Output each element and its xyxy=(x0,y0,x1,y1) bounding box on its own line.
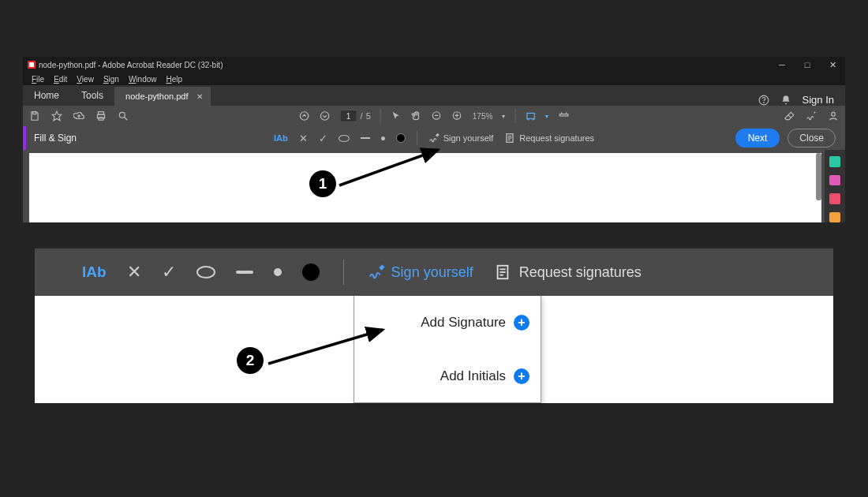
side-tool-1[interactable] xyxy=(829,156,840,167)
main-toolbar: / 5 175% ▾ ▾ xyxy=(23,106,845,126)
check-tool[interactable]: ✓ xyxy=(162,262,176,282)
callout-arrow-2 xyxy=(256,320,398,376)
svg-rect-2 xyxy=(33,112,36,114)
line-tool[interactable] xyxy=(361,137,370,139)
svg-line-30 xyxy=(339,150,438,185)
window-title: node-python.pdf - Adobe Acrobat Reader D… xyxy=(39,61,223,69)
sign-icon xyxy=(368,263,385,281)
eraser-icon[interactable] xyxy=(784,110,795,121)
tab-tools[interactable]: Tools xyxy=(70,85,114,106)
divider xyxy=(514,109,515,123)
menu-window[interactable]: Window xyxy=(125,74,161,84)
callout-number: 1 xyxy=(309,170,336,197)
read-mode-icon[interactable] xyxy=(558,110,569,121)
callout-1: 1 xyxy=(309,170,336,197)
close-button[interactable]: Close xyxy=(788,129,836,148)
circle-tool[interactable] xyxy=(339,135,350,142)
text-tool-icon[interactable]: IAb xyxy=(274,133,288,143)
upload-cloud-icon[interactable] xyxy=(73,110,84,121)
side-tool-3[interactable] xyxy=(829,193,840,204)
pdf-icon xyxy=(28,61,36,69)
divider xyxy=(380,109,381,123)
request-signatures-label: Request signatures xyxy=(519,133,594,143)
svg-point-9 xyxy=(300,112,309,121)
page-up-icon[interactable] xyxy=(299,110,310,121)
plus-icon: + xyxy=(514,368,529,384)
zoomed-fill-sign-panel: IAb ✕ ✓ Sign yourself Request signatures… xyxy=(35,248,833,403)
bell-icon[interactable] xyxy=(780,95,791,106)
tab-home[interactable]: Home xyxy=(23,85,70,106)
right-tool-strip xyxy=(825,150,845,222)
maximize-button[interactable]: □ xyxy=(795,57,820,73)
svg-line-32 xyxy=(268,330,383,364)
zoom-dropdown-icon[interactable]: ▾ xyxy=(502,113,505,120)
menu-sign[interactable]: Sign xyxy=(99,74,123,84)
titlebar: node-python.pdf - Adobe Acrobat Reader D… xyxy=(23,57,845,73)
star-icon[interactable] xyxy=(51,110,62,121)
zoom-out-icon[interactable] xyxy=(432,110,443,121)
scrollbar[interactable] xyxy=(816,153,821,200)
callout-number: 2 xyxy=(237,347,264,374)
menu-view[interactable]: View xyxy=(73,74,98,84)
menu-file[interactable]: File xyxy=(28,74,48,84)
text-tool-icon[interactable]: IAb xyxy=(82,263,107,281)
menubar: File Edit View Sign Window Help xyxy=(23,73,845,85)
color-picker[interactable] xyxy=(302,263,320,281)
x-mark-tool[interactable]: ✕ xyxy=(127,262,141,282)
request-signatures-label: Request signatures xyxy=(519,264,642,281)
request-signatures-button[interactable]: Request signatures xyxy=(494,263,642,281)
save-icon[interactable] xyxy=(29,110,40,121)
page-total: 5 xyxy=(366,111,371,121)
side-tool-2[interactable] xyxy=(829,175,840,186)
fit-dropdown-icon[interactable]: ▾ xyxy=(545,113,548,120)
x-mark-tool[interactable]: ✕ xyxy=(299,133,308,144)
print-icon[interactable] xyxy=(95,110,107,121)
callout-2: 2 xyxy=(237,347,264,374)
dot-tool[interactable] xyxy=(381,136,385,140)
side-tool-4[interactable] xyxy=(829,212,840,223)
request-signatures-button[interactable]: Request signatures xyxy=(504,133,594,144)
zoom-in-icon[interactable] xyxy=(452,110,463,121)
profile-icon[interactable] xyxy=(828,110,839,121)
hand-icon[interactable] xyxy=(411,110,422,121)
signature-icon[interactable] xyxy=(806,110,817,121)
svg-rect-17 xyxy=(559,114,568,116)
dot-tool[interactable] xyxy=(274,268,282,276)
page-current-input[interactable] xyxy=(340,110,357,122)
tab-bar: Home Tools node-python.pdf ✕ Sign In xyxy=(23,85,845,106)
page-indicator: / 5 xyxy=(340,110,371,122)
sign-yourself-button[interactable]: Sign yourself xyxy=(368,263,473,281)
menu-edit[interactable]: Edit xyxy=(50,74,71,84)
svg-marker-3 xyxy=(52,111,62,121)
svg-rect-16 xyxy=(527,114,534,119)
fit-width-icon[interactable] xyxy=(525,110,536,121)
line-tool[interactable] xyxy=(236,271,253,274)
next-button[interactable]: Next xyxy=(735,129,780,148)
plus-icon: + xyxy=(514,315,529,331)
svg-line-8 xyxy=(125,118,128,121)
tab-document[interactable]: node-python.pdf ✕ xyxy=(114,87,211,106)
sign-yourself-label: Sign yourself xyxy=(391,264,473,281)
minimize-button[interactable]: ─ xyxy=(769,57,795,73)
circle-tool[interactable] xyxy=(196,266,215,278)
add-signature-label: Add Signature xyxy=(421,315,506,331)
close-window-button[interactable]: ✕ xyxy=(820,57,845,73)
callout-arrow-1 xyxy=(327,142,454,197)
request-icon xyxy=(504,133,515,144)
acrobat-window: node-python.pdf - Adobe Acrobat Reader D… xyxy=(23,57,845,222)
page-down-icon[interactable] xyxy=(320,110,331,121)
svg-point-20 xyxy=(832,112,836,116)
tab-document-label: node-python.pdf xyxy=(125,92,189,101)
sign-in-link[interactable]: Sign In xyxy=(803,94,834,106)
search-icon[interactable] xyxy=(118,110,129,121)
help-icon[interactable] xyxy=(758,95,769,106)
fill-sign-label: Fill & Sign xyxy=(34,133,77,144)
check-tool[interactable]: ✓ xyxy=(319,133,327,144)
divider xyxy=(343,260,344,285)
tab-close-icon[interactable]: ✕ xyxy=(196,92,203,101)
menu-help[interactable]: Help xyxy=(163,74,187,84)
zoom-value[interactable]: 175% xyxy=(473,112,493,121)
pointer-icon[interactable] xyxy=(391,110,402,121)
svg-point-7 xyxy=(119,112,125,118)
request-icon xyxy=(494,263,511,281)
